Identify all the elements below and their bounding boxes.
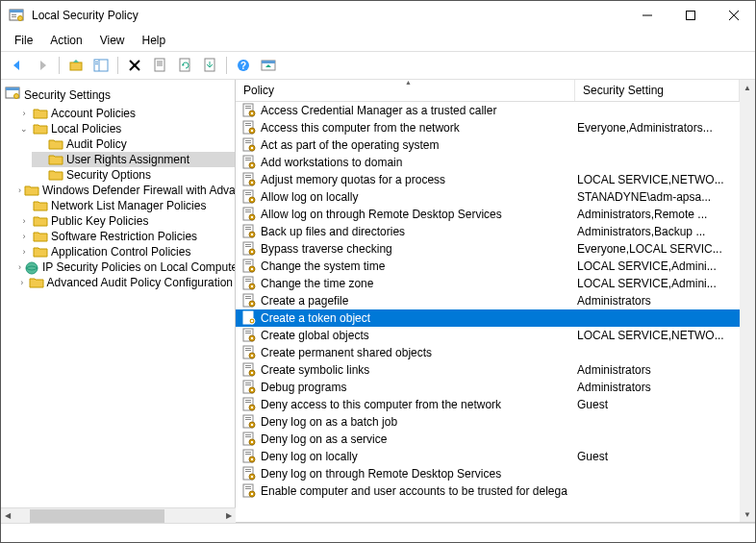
policy-row[interactable]: Act as part of the operating system	[236, 136, 740, 154]
tree-root[interactable]: Security Settings	[1, 84, 235, 106]
policy-row[interactable]: Deny log on through Remote Desktop Servi…	[236, 465, 740, 482]
policy-icon	[241, 414, 257, 430]
help-button[interactable]: ?	[233, 55, 254, 76]
chevron-right-icon[interactable]: ›	[18, 108, 30, 119]
policy-name: Create a pagefile	[261, 294, 577, 308]
policy-row[interactable]: Adjust memory quotas for a processLOCAL …	[236, 171, 740, 188]
scroll-down-button[interactable]: ▼	[740, 506, 755, 522]
svg-rect-86	[245, 296, 251, 297]
svg-rect-41	[245, 140, 251, 141]
menu-view[interactable]: View	[92, 32, 133, 49]
policy-row[interactable]: Debug programsAdministrators	[236, 379, 740, 396]
chevron-right-icon[interactable]: ›	[18, 261, 21, 273]
forward-button[interactable]	[32, 55, 53, 76]
chevron-right-icon[interactable]: ›	[18, 246, 30, 258]
list-body[interactable]: Access Credential Manager as a trusted c…	[236, 102, 740, 522]
folder-icon	[33, 107, 48, 120]
extra-button[interactable]	[258, 55, 279, 76]
svg-rect-94	[251, 320, 253, 322]
policy-row[interactable]: Access this computer from the networkEve…	[236, 119, 740, 136]
policy-row[interactable]: Access Credential Manager as a trusted c…	[236, 102, 740, 119]
chevron-right-icon[interactable]: ›	[18, 215, 30, 227]
policy-icon	[241, 259, 257, 274]
svg-rect-96	[245, 331, 251, 332]
tree-item[interactable]: ›Account Policies	[16, 106, 235, 121]
statusbar	[1, 523, 755, 542]
svg-rect-84	[251, 285, 253, 287]
policy-row[interactable]: Back up files and directoriesAdministrat…	[236, 223, 740, 240]
column-security-setting[interactable]: Security Setting	[575, 80, 740, 101]
tree-pane[interactable]: Security Settings ›Account Policies⌄Loca…	[1, 80, 236, 522]
policy-row[interactable]: Allow log on through Remote Desktop Serv…	[236, 206, 740, 223]
policy-name: Deny log on through Remote Desktop Servi…	[261, 467, 577, 481]
chevron-right-icon[interactable]: ›	[18, 231, 30, 242]
close-button[interactable]	[712, 1, 755, 30]
policy-row[interactable]: Create symbolic linksAdministrators	[236, 361, 740, 379]
properties-button[interactable]	[149, 55, 170, 76]
show-hide-tree-button[interactable]	[90, 55, 112, 76]
tree-item[interactable]: Security Options	[32, 167, 235, 183]
menu-help[interactable]: Help	[135, 32, 174, 49]
tree-item[interactable]: ›IP Security Policies on Local Compute	[16, 259, 235, 275]
policy-row[interactable]: Create permanent shared objects	[236, 344, 740, 361]
tree-item[interactable]: ›Public Key Policies	[16, 213, 235, 229]
svg-rect-34	[251, 112, 253, 114]
svg-rect-127	[245, 436, 251, 437]
tree-item[interactable]: ›Software Restriction Policies	[16, 229, 235, 244]
up-button[interactable]	[65, 55, 87, 76]
tree-item[interactable]: User Rights Assignment	[32, 152, 235, 167]
policy-row[interactable]: Deny log on as a batch job	[236, 413, 740, 431]
scroll-up-button[interactable]: ▲	[740, 80, 755, 95]
policy-row[interactable]: Create a pagefileAdministrators	[236, 292, 740, 309]
policy-icon	[241, 241, 257, 257]
policy-row[interactable]: Change the system timeLOCAL SERVICE,Admi…	[236, 258, 740, 275]
column-policy[interactable]: Policy▲	[236, 80, 575, 101]
svg-rect-97	[245, 333, 251, 333]
vertical-scrollbar[interactable]: ▲ ▼	[740, 80, 755, 522]
maximize-button[interactable]	[668, 1, 712, 30]
svg-rect-126	[245, 434, 251, 435]
policy-row[interactable]: Create global objectsLOCAL SERVICE,NETWO…	[236, 327, 740, 344]
policy-row[interactable]: Bypass traverse checkingEveryone,LOCAL S…	[236, 240, 740, 258]
svg-rect-139	[251, 476, 253, 478]
tree-item[interactable]: Network List Manager Policies	[16, 198, 235, 213]
folder-icon	[48, 153, 63, 166]
policy-setting: Guest	[577, 398, 740, 411]
refresh-button[interactable]	[174, 55, 195, 76]
export-button[interactable]	[199, 55, 220, 76]
policy-row[interactable]: Deny access to this computer from the ne…	[236, 396, 740, 413]
tree-item[interactable]: ⌄Local Policies	[16, 121, 235, 136]
svg-rect-131	[245, 452, 251, 453]
policy-row[interactable]: Add workstations to domain	[236, 154, 740, 171]
tree-item[interactable]: Audit Policy	[32, 136, 235, 152]
app-icon	[9, 8, 24, 23]
tree-item[interactable]: ›Windows Defender Firewall with Adva	[16, 183, 235, 198]
delete-button[interactable]	[124, 55, 145, 76]
policy-name: Back up files and directories	[261, 225, 577, 238]
tree-item[interactable]: ›Advanced Audit Policy Configuration	[16, 275, 235, 290]
policy-row[interactable]: Deny log on as a service	[236, 431, 740, 448]
policy-name: Change the time zone	[261, 277, 577, 290]
tree-item[interactable]: ›Application Control Policies	[16, 244, 235, 259]
chevron-right-icon[interactable]: ›	[18, 185, 21, 196]
chevron-right-icon[interactable]: ›	[18, 277, 26, 288]
toolbar-separator	[117, 57, 118, 74]
policy-row[interactable]: Change the time zoneLOCAL SERVICE,Admini…	[236, 275, 740, 292]
svg-rect-46	[245, 158, 251, 159]
policy-name: Allow log on through Remote Desktop Serv…	[261, 208, 577, 221]
minimize-button[interactable]	[625, 1, 668, 30]
tree-horizontal-scrollbar[interactable]: ◀ ▶	[1, 507, 236, 522]
chevron-down-icon[interactable]: ⌄	[18, 123, 30, 135]
svg-rect-56	[245, 192, 251, 193]
policy-name: Create a token object	[261, 311, 577, 325]
policy-row[interactable]: Enable computer and user accounts to be …	[236, 482, 740, 500]
policy-name: Enable computer and user accounts to be …	[261, 484, 577, 498]
policy-row[interactable]: Allow log on locallySTANADYNE\adm-apsa..…	[236, 188, 740, 206]
menu-action[interactable]: Action	[42, 32, 89, 49]
back-button[interactable]	[7, 55, 28, 76]
policy-row[interactable]: Create a token object	[236, 309, 740, 327]
policy-row[interactable]: Deny log on locallyGuest	[236, 448, 740, 465]
svg-rect-71	[245, 244, 251, 245]
menu-file[interactable]: File	[7, 32, 40, 49]
policy-setting: Administrators	[577, 294, 740, 308]
